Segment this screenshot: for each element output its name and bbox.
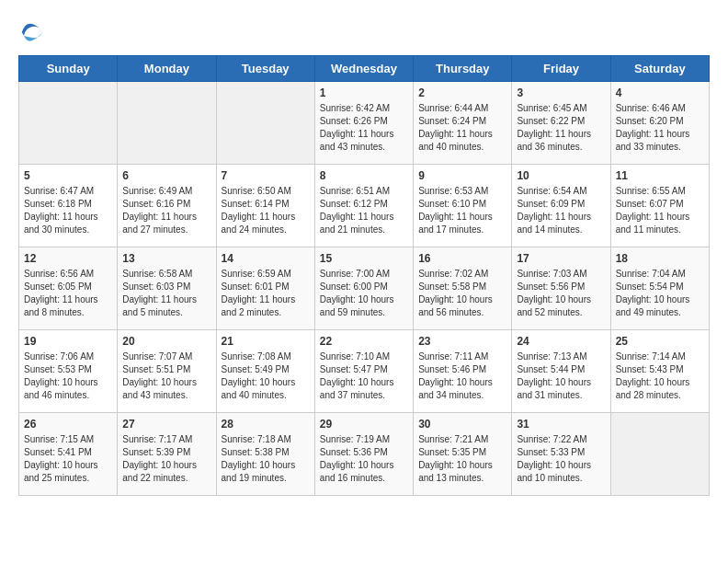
calendar-week-row: 19Sunrise: 7:06 AM Sunset: 5:53 PM Dayli… xyxy=(19,330,710,413)
weekday-header: Monday xyxy=(118,56,216,82)
calendar-week-row: 1Sunrise: 6:42 AM Sunset: 6:26 PM Daylig… xyxy=(19,82,710,165)
day-number: 27 xyxy=(122,418,210,431)
day-info: Sunrise: 6:45 AM Sunset: 6:22 PM Dayligh… xyxy=(517,102,605,154)
day-number: 15 xyxy=(320,252,408,265)
calendar-cell: 13Sunrise: 6:58 AM Sunset: 6:03 PM Dayli… xyxy=(118,247,216,330)
calendar-cell: 6Sunrise: 6:49 AM Sunset: 6:16 PM Daylig… xyxy=(118,165,216,247)
day-info: Sunrise: 7:18 AM Sunset: 5:38 PM Dayligh… xyxy=(222,433,310,485)
day-info: Sunrise: 6:46 AM Sunset: 6:20 PM Dayligh… xyxy=(616,102,704,154)
day-info: Sunrise: 7:02 AM Sunset: 5:58 PM Dayligh… xyxy=(418,268,506,319)
day-info: Sunrise: 7:00 AM Sunset: 6:00 PM Dayligh… xyxy=(320,268,408,319)
day-info: Sunrise: 6:49 AM Sunset: 6:16 PM Dayligh… xyxy=(122,185,210,236)
day-number: 12 xyxy=(24,252,112,265)
day-info: Sunrise: 7:08 AM Sunset: 5:49 PM Dayligh… xyxy=(222,350,310,402)
day-info: Sunrise: 6:56 AM Sunset: 6:05 PM Dayligh… xyxy=(24,268,112,319)
day-info: Sunrise: 7:14 AM Sunset: 5:43 PM Dayligh… xyxy=(616,350,704,402)
calendar-cell xyxy=(216,82,314,165)
day-info: Sunrise: 7:19 AM Sunset: 5:36 PM Dayligh… xyxy=(320,433,408,485)
day-info: Sunrise: 7:13 AM Sunset: 5:44 PM Dayligh… xyxy=(517,350,605,402)
day-number: 22 xyxy=(320,335,408,348)
day-info: Sunrise: 7:21 AM Sunset: 5:35 PM Dayligh… xyxy=(418,433,506,485)
day-info: Sunrise: 7:04 AM Sunset: 5:54 PM Dayligh… xyxy=(616,268,704,319)
day-number: 28 xyxy=(222,418,310,431)
calendar-cell: 14Sunrise: 6:59 AM Sunset: 6:01 PM Dayli… xyxy=(216,247,314,330)
day-number: 5 xyxy=(24,169,112,182)
day-info: Sunrise: 7:11 AM Sunset: 5:46 PM Dayligh… xyxy=(418,350,506,402)
day-number: 23 xyxy=(418,335,506,348)
logo-icon xyxy=(18,18,46,46)
weekday-header: Saturday xyxy=(610,56,709,82)
calendar-cell: 9Sunrise: 6:53 AM Sunset: 6:10 PM Daylig… xyxy=(414,165,512,247)
weekday-header-row: SundayMondayTuesdayWednesdayThursdayFrid… xyxy=(19,56,710,82)
day-info: Sunrise: 6:51 AM Sunset: 6:12 PM Dayligh… xyxy=(320,185,408,236)
day-number: 17 xyxy=(517,252,605,265)
day-info: Sunrise: 6:53 AM Sunset: 6:10 PM Dayligh… xyxy=(418,185,506,236)
day-info: Sunrise: 6:54 AM Sunset: 6:09 PM Dayligh… xyxy=(517,185,605,236)
day-info: Sunrise: 6:47 AM Sunset: 6:18 PM Dayligh… xyxy=(24,185,112,236)
calendar-cell: 22Sunrise: 7:10 AM Sunset: 5:47 PM Dayli… xyxy=(314,330,413,413)
calendar-cell: 24Sunrise: 7:13 AM Sunset: 5:44 PM Dayli… xyxy=(512,330,610,413)
calendar-cell: 12Sunrise: 6:56 AM Sunset: 6:05 PM Dayli… xyxy=(19,247,118,330)
day-info: Sunrise: 6:58 AM Sunset: 6:03 PM Dayligh… xyxy=(122,268,210,319)
day-number: 19 xyxy=(24,335,112,348)
day-number: 10 xyxy=(517,169,605,182)
day-number: 4 xyxy=(616,86,704,99)
calendar-cell: 25Sunrise: 7:14 AM Sunset: 5:43 PM Dayli… xyxy=(610,330,709,413)
calendar-cell: 20Sunrise: 7:07 AM Sunset: 5:51 PM Dayli… xyxy=(118,330,216,413)
day-number: 11 xyxy=(616,169,704,182)
weekday-header: Tuesday xyxy=(216,56,314,82)
calendar-cell xyxy=(610,413,709,496)
calendar-cell: 31Sunrise: 7:22 AM Sunset: 5:33 PM Dayli… xyxy=(512,413,610,496)
calendar-cell: 29Sunrise: 7:19 AM Sunset: 5:36 PM Dayli… xyxy=(314,413,413,496)
calendar-cell: 27Sunrise: 7:17 AM Sunset: 5:39 PM Dayli… xyxy=(118,413,216,496)
day-number: 14 xyxy=(222,252,310,265)
day-number: 6 xyxy=(122,169,210,182)
day-info: Sunrise: 7:06 AM Sunset: 5:53 PM Dayligh… xyxy=(24,350,112,402)
day-number: 9 xyxy=(418,169,506,182)
weekday-header: Wednesday xyxy=(314,56,413,82)
day-number: 29 xyxy=(320,418,408,431)
calendar-cell xyxy=(19,82,118,165)
calendar-cell: 18Sunrise: 7:04 AM Sunset: 5:54 PM Dayli… xyxy=(610,247,709,330)
day-info: Sunrise: 6:59 AM Sunset: 6:01 PM Dayligh… xyxy=(222,268,310,319)
calendar-cell: 10Sunrise: 6:54 AM Sunset: 6:09 PM Dayli… xyxy=(512,165,610,247)
calendar-cell: 2Sunrise: 6:44 AM Sunset: 6:24 PM Daylig… xyxy=(414,82,512,165)
day-number: 8 xyxy=(320,169,408,182)
day-number: 18 xyxy=(616,252,704,265)
day-info: Sunrise: 7:15 AM Sunset: 5:41 PM Dayligh… xyxy=(24,433,112,485)
day-info: Sunrise: 6:55 AM Sunset: 6:07 PM Dayligh… xyxy=(616,185,704,236)
day-number: 21 xyxy=(222,335,310,348)
calendar-cell: 23Sunrise: 7:11 AM Sunset: 5:46 PM Dayli… xyxy=(414,330,512,413)
weekday-header: Sunday xyxy=(19,56,118,82)
weekday-header: Friday xyxy=(512,56,610,82)
page-header xyxy=(18,18,710,46)
calendar-cell: 15Sunrise: 7:00 AM Sunset: 6:00 PM Dayli… xyxy=(314,247,413,330)
day-number: 24 xyxy=(517,335,605,348)
calendar-cell: 19Sunrise: 7:06 AM Sunset: 5:53 PM Dayli… xyxy=(19,330,118,413)
calendar-cell: 11Sunrise: 6:55 AM Sunset: 6:07 PM Dayli… xyxy=(610,165,709,247)
logo xyxy=(18,18,50,46)
day-number: 2 xyxy=(418,86,506,99)
calendar-cell: 30Sunrise: 7:21 AM Sunset: 5:35 PM Dayli… xyxy=(414,413,512,496)
calendar-table: SundayMondayTuesdayWednesdayThursdayFrid… xyxy=(18,55,710,496)
day-info: Sunrise: 7:22 AM Sunset: 5:33 PM Dayligh… xyxy=(517,433,605,485)
calendar-cell: 1Sunrise: 6:42 AM Sunset: 6:26 PM Daylig… xyxy=(314,82,413,165)
calendar-cell: 28Sunrise: 7:18 AM Sunset: 5:38 PM Dayli… xyxy=(216,413,314,496)
day-number: 1 xyxy=(320,86,408,99)
calendar-cell xyxy=(118,82,216,165)
calendar-cell: 3Sunrise: 6:45 AM Sunset: 6:22 PM Daylig… xyxy=(512,82,610,165)
day-number: 16 xyxy=(418,252,506,265)
day-info: Sunrise: 7:10 AM Sunset: 5:47 PM Dayligh… xyxy=(320,350,408,402)
calendar-week-row: 26Sunrise: 7:15 AM Sunset: 5:41 PM Dayli… xyxy=(19,413,710,496)
calendar-cell: 17Sunrise: 7:03 AM Sunset: 5:56 PM Dayli… xyxy=(512,247,610,330)
day-number: 31 xyxy=(517,418,605,431)
calendar-week-row: 12Sunrise: 6:56 AM Sunset: 6:05 PM Dayli… xyxy=(19,247,710,330)
calendar-cell: 16Sunrise: 7:02 AM Sunset: 5:58 PM Dayli… xyxy=(414,247,512,330)
day-number: 3 xyxy=(517,86,605,99)
day-info: Sunrise: 7:07 AM Sunset: 5:51 PM Dayligh… xyxy=(122,350,210,402)
day-number: 20 xyxy=(122,335,210,348)
day-info: Sunrise: 7:03 AM Sunset: 5:56 PM Dayligh… xyxy=(517,268,605,319)
calendar-cell: 5Sunrise: 6:47 AM Sunset: 6:18 PM Daylig… xyxy=(19,165,118,247)
day-number: 30 xyxy=(418,418,506,431)
day-number: 26 xyxy=(24,418,112,431)
